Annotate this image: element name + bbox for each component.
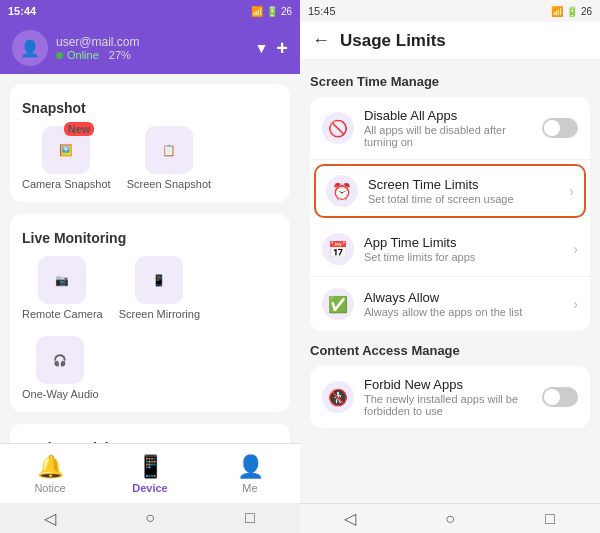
snapshot-grid: 🖼️ New Camera Snapshot 📋 Screen Snapshot <box>22 126 278 190</box>
recent-system-btn[interactable]: □ <box>200 509 300 527</box>
disable-all-apps-item[interactable]: 🚫 Disable All Apps All apps will be disa… <box>310 97 590 160</box>
battery-icon: 🔋 <box>266 6 278 17</box>
screen-snapshot-label: Screen Snapshot <box>127 178 211 190</box>
forbid-new-apps-icon: 🚷 <box>322 381 354 413</box>
app-time-limits-icon: 📅 <box>322 233 354 265</box>
camera-snapshot-label: Camera Snapshot <box>22 178 111 190</box>
dropdown-arrow-icon[interactable]: ▼ <box>254 40 268 56</box>
user-info: 👤 user@mail.com Online 27% <box>12 30 140 66</box>
screen-time-limits-icon: ⏰ <box>326 175 358 207</box>
disable-all-apps-toggle[interactable] <box>542 118 578 138</box>
left-panel: 15:44 📶 🔋 26 👤 user@mail.com Online 27% … <box>0 0 300 533</box>
screen-time-card: 🚫 Disable All Apps All apps will be disa… <box>310 97 590 331</box>
app-time-limits-item[interactable]: 📅 App Time Limits Set time limits for ap… <box>310 222 590 277</box>
home-system-btn[interactable]: ○ <box>100 509 200 527</box>
live-monitoring-grid: 📷 Remote Camera 📱 Screen Mirroring 🎧 One… <box>22 256 278 400</box>
forbid-new-apps-toggle[interactable] <box>542 387 578 407</box>
right-back-btn[interactable]: ◁ <box>300 509 400 528</box>
one-way-audio-icon-box: 🎧 <box>36 336 84 384</box>
camera-snapshot-icon-box: 🖼️ New <box>42 126 90 174</box>
forbid-new-apps-item[interactable]: 🚷 Forbid New Apps The newly installed ap… <box>310 366 590 428</box>
device-activity-section: Device Activity ⏱️ Usage Limits 🔍 New Ke… <box>10 424 290 443</box>
right-battery-icon: 🔋 <box>566 6 578 17</box>
snapshot-section: Snapshot 🖼️ New Camera Snapshot 📋 Screen… <box>10 84 290 202</box>
header-actions: ▼ + <box>254 37 288 60</box>
nav-me[interactable]: 👤 Me <box>200 454 300 494</box>
remote-camera-item[interactable]: 📷 Remote Camera <box>22 256 103 320</box>
right-system-nav: ◁ ○ □ <box>300 503 600 533</box>
screen-snapshot-icon-box: 📋 <box>145 126 193 174</box>
one-way-audio-item[interactable]: 🎧 One-Way Audio <box>22 336 99 400</box>
app-time-limits-text: App Time Limits Set time limits for apps <box>364 235 563 263</box>
left-content-area: Snapshot 🖼️ New Camera Snapshot 📋 Screen… <box>0 74 300 443</box>
screen-time-limits-sub: Set total time of screen usage <box>368 193 559 205</box>
status-dot <box>56 52 63 59</box>
screen-time-limits-text: Screen Time Limits Set total time of scr… <box>368 177 559 205</box>
page-title: Usage Limits <box>340 31 446 51</box>
screen-mirroring-label: Screen Mirroring <box>119 308 200 320</box>
screen-snapshot-icon: 📋 <box>162 144 176 157</box>
nav-device[interactable]: 📱 Device <box>100 454 200 494</box>
back-arrow-button[interactable]: ← <box>312 30 330 51</box>
add-button[interactable]: + <box>276 37 288 60</box>
app-time-limits-chevron: › <box>573 241 578 257</box>
live-monitoring-title: Live Monitoring <box>22 230 278 246</box>
live-monitoring-section: Live Monitoring 📷 Remote Camera 📱 Screen… <box>10 214 290 412</box>
always-allow-chevron: › <box>573 296 578 312</box>
battery-level: 26 <box>281 6 292 17</box>
right-status-icons: 📶 🔋 26 <box>551 6 592 17</box>
disable-all-apps-sub: All apps will be disabled after turning … <box>364 124 532 148</box>
right-panel: 15:45 📶 🔋 26 ← Usage Limits Screen Time … <box>300 0 600 533</box>
app-time-limits-title: App Time Limits <box>364 235 563 250</box>
one-way-audio-icon: 🎧 <box>53 354 67 367</box>
right-header: ← Usage Limits <box>300 22 600 60</box>
me-label: Me <box>242 482 257 494</box>
camera-snapshot-item[interactable]: 🖼️ New Camera Snapshot <box>22 126 111 190</box>
bottom-nav: 🔔 Notice 📱 Device 👤 Me <box>0 443 300 503</box>
remote-camera-icon-box: 📷 <box>38 256 86 304</box>
always-allow-title: Always Allow <box>364 290 563 305</box>
left-status-icons: 📶 🔋 26 <box>251 6 292 17</box>
avatar: 👤 <box>12 30 48 66</box>
left-time: 15:44 <box>8 5 36 17</box>
screen-mirroring-item[interactable]: 📱 Screen Mirroring <box>119 256 200 320</box>
app-header: 👤 user@mail.com Online 27% ▼ + <box>0 22 300 74</box>
battery-percent: 27% <box>109 49 131 61</box>
forbid-new-apps-sub: The newly installed apps will be forbidd… <box>364 393 532 417</box>
back-system-btn[interactable]: ◁ <box>0 509 100 528</box>
right-time: 15:45 <box>308 5 336 17</box>
one-way-audio-label: One-Way Audio <box>22 388 99 400</box>
snapshot-title: Snapshot <box>22 100 278 116</box>
status-label: Online <box>67 49 99 61</box>
screen-time-limits-chevron: › <box>569 183 574 199</box>
right-battery-level: 26 <box>581 6 592 17</box>
right-home-btn[interactable]: ○ <box>400 510 500 528</box>
forbid-new-apps-title: Forbid New Apps <box>364 377 532 392</box>
nav-notice[interactable]: 🔔 Notice <box>0 454 100 494</box>
left-system-nav: ◁ ○ □ <box>0 503 300 533</box>
device-label: Device <box>132 482 167 494</box>
forbid-new-apps-text: Forbid New Apps The newly installed apps… <box>364 377 532 417</box>
always-allow-item[interactable]: ✅ Always Allow Always allow the apps on … <box>310 277 590 331</box>
me-icon: 👤 <box>237 454 264 480</box>
always-allow-text: Always Allow Always allow the apps on th… <box>364 290 563 318</box>
right-wifi-icon: 📶 <box>551 6 563 17</box>
remote-camera-label: Remote Camera <box>22 308 103 320</box>
screen-time-section-title: Screen Time Manage <box>310 74 590 89</box>
app-time-limits-sub: Set time limits for apps <box>364 251 563 263</box>
notice-icon: 🔔 <box>37 454 64 480</box>
screen-snapshot-item[interactable]: 📋 Screen Snapshot <box>127 126 211 190</box>
content-access-card: 🚷 Forbid New Apps The newly installed ap… <box>310 366 590 428</box>
disable-all-apps-icon: 🚫 <box>322 112 354 144</box>
camera-snapshot-icon: 🖼️ <box>59 144 73 157</box>
user-status: Online 27% <box>56 49 140 61</box>
screen-mirroring-icon-box: 📱 <box>135 256 183 304</box>
camera-snapshot-badge: New <box>64 122 95 136</box>
right-recent-btn[interactable]: □ <box>500 510 600 528</box>
disable-all-apps-title: Disable All Apps <box>364 108 532 123</box>
always-allow-icon: ✅ <box>322 288 354 320</box>
screen-time-limits-item[interactable]: ⏰ Screen Time Limits Set total time of s… <box>314 164 586 218</box>
device-icon: 📱 <box>137 454 164 480</box>
screen-time-limits-title: Screen Time Limits <box>368 177 559 192</box>
content-access-section-title: Content Access Manage <box>310 343 590 358</box>
